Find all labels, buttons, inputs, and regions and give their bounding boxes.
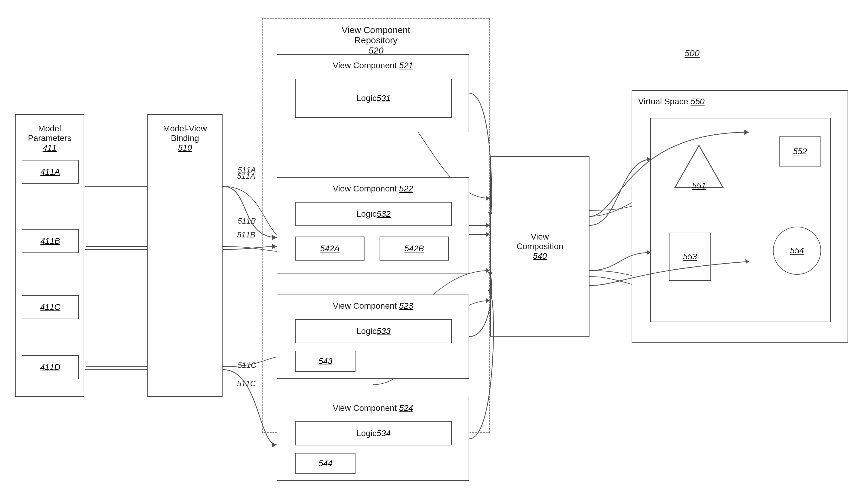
vs-ref: 550 — [690, 97, 705, 106]
vs-item-553: 553 — [669, 233, 711, 281]
vc524-box: View Component 524 Logic 534 544 — [277, 397, 469, 481]
virtual-space-inner: 551 552 553 554 — [650, 118, 831, 322]
param-411c: 411C — [22, 295, 79, 319]
vc524-label: View Component — [333, 403, 399, 413]
vc-label: ViewComposition — [516, 232, 563, 251]
svg-text:511B: 511B — [237, 230, 255, 239]
arrow-511a-label: 511A — [238, 165, 256, 175]
svg-marker-21 — [272, 442, 277, 447]
vs-item-551-container: 551 — [669, 136, 729, 197]
vc521-box: View Component 521 Logic 531 — [277, 54, 469, 132]
logic534-box: Logic 534 — [295, 421, 452, 445]
logic531-box: Logic 531 — [295, 79, 452, 118]
model-params-ref: 411 — [16, 143, 84, 153]
vc522-box: View Component 522 Logic 532 542A 542B — [277, 177, 469, 273]
vc521-ref: 521 — [399, 61, 413, 70]
svg-text:511C: 511C — [237, 379, 256, 388]
model-params-box: Model Parameters 411 411A 411B 411C 411D — [15, 114, 84, 397]
view-composition-box: ViewComposition 540 — [490, 156, 589, 337]
diagram: 500 Model Parameters 411 411A 411B 411C … — [0, 0, 868, 495]
vs-label: Virtual Space — [638, 97, 690, 106]
vc523-ref: 523 — [399, 301, 413, 310]
vs-551-ref: 551 — [692, 181, 706, 190]
vs-item-552: 552 — [779, 136, 821, 167]
mvb-label: Model-ViewBinding — [148, 124, 222, 143]
vc522-ref: 522 — [399, 184, 413, 193]
model-params-label: Model Parameters — [16, 124, 84, 143]
diagram-ref: 500 — [685, 48, 700, 58]
item-544: 544 — [295, 453, 355, 474]
mvb-ref: 510 — [148, 143, 222, 153]
arrow-511b-label: 511B — [238, 217, 256, 226]
arrow-511c-label: 511C — [238, 361, 256, 370]
param-411d: 411D — [22, 355, 79, 379]
vc523-box: View Component 523 Logic 533 543 — [277, 294, 469, 379]
item-543: 543 — [295, 351, 355, 372]
repo-label: View ComponentRepository — [263, 25, 489, 45]
virtual-space-outer-box: Virtual Space 550 551 552 553 554 — [632, 90, 848, 343]
param-411b: 411B — [22, 229, 79, 253]
vc523-label: View Component — [333, 301, 399, 310]
vc-ref: 540 — [516, 251, 563, 261]
vc522-label: View Component — [333, 184, 399, 193]
model-view-binding-box: Model-ViewBinding 510 — [147, 114, 222, 397]
vs-item-554: 554 — [773, 227, 821, 275]
logic533-box: Logic 533 — [295, 319, 452, 343]
vc521-label: View Component — [333, 61, 399, 70]
item-542b: 542B — [380, 237, 449, 260]
logic532-box: Logic 532 — [295, 202, 452, 226]
item-542a: 542A — [295, 237, 365, 260]
param-411a: 411A — [22, 160, 79, 184]
vc524-ref: 524 — [399, 403, 413, 413]
